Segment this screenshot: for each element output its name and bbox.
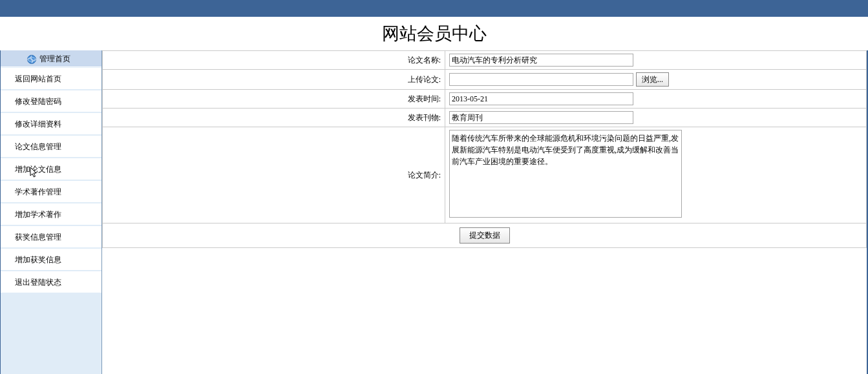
sidebar-item-home[interactable]: 返回网站首页 — [1, 68, 101, 90]
upload-file-display[interactable] — [449, 73, 633, 86]
label-publish-date: 发表时间: — [103, 90, 445, 109]
top-bar — [0, 0, 868, 17]
label-paper-name: 论文名称: — [103, 51, 445, 70]
sidebar-item-award-manage[interactable]: 获奖信息管理 — [1, 226, 101, 248]
form-row-submit: 提交数据 — [103, 223, 867, 248]
summary-textarea[interactable] — [449, 130, 682, 218]
form-row-date: 发表时间: — [103, 90, 867, 109]
sidebar-item-label: 论文信息管理 — [15, 142, 61, 151]
sidebar-item-label: 增加论文信息 — [15, 165, 61, 174]
label-summary: 论文简介: — [103, 127, 445, 223]
sidebar-item-paper-add[interactable]: 增加论文信息 — [1, 158, 101, 180]
publish-date-input[interactable] — [449, 92, 633, 105]
sidebar-item-award-add[interactable]: 增加获奖信息 — [1, 249, 101, 271]
sidebar-item-label: 修改登陆密码 — [15, 97, 61, 106]
form-row-journal: 发表刊物: — [103, 109, 867, 127]
sidebar-item-label: 返回网站首页 — [15, 74, 61, 83]
form-table: 论文名称: 上传论文: 浏览... 发表时间: — [102, 50, 867, 248]
submit-button[interactable]: 提交数据 — [460, 227, 510, 244]
globe-icon — [26, 54, 37, 64]
label-upload: 上传论文: — [103, 70, 445, 90]
sidebar-item-label: 获奖信息管理 — [15, 233, 61, 242]
sidebar-item-book-add[interactable]: 增加学术著作 — [1, 203, 101, 225]
sidebar-item-paper-manage[interactable]: 论文信息管理 — [1, 136, 101, 158]
sidebar-item-label: 修改详细资料 — [15, 119, 61, 129]
paper-name-input[interactable] — [449, 54, 633, 67]
sidebar-item-profile[interactable]: 修改详细资料 — [1, 113, 101, 135]
sidebar-item-label: 学术著作管理 — [15, 187, 61, 196]
sidebar: 管理首页 返回网站首页 修改登陆密码 修改详细资料 论文信息管理 增加论文信息 … — [1, 50, 102, 374]
form-row-upload: 上传论文: 浏览... — [103, 70, 867, 90]
sidebar-item-label: 退出登陆状态 — [15, 278, 61, 287]
form-row-summary: 论文简介: — [103, 127, 867, 223]
page-title: 网站会员中心 — [0, 17, 868, 50]
sidebar-item-label: 增加获奖信息 — [15, 255, 61, 264]
browse-button[interactable]: 浏览... — [636, 72, 669, 87]
main-layout: 管理首页 返回网站首页 修改登陆密码 修改详细资料 论文信息管理 增加论文信息 … — [0, 50, 868, 374]
sidebar-header-label: 管理首页 — [39, 54, 70, 63]
sidebar-item-password[interactable]: 修改登陆密码 — [1, 90, 101, 112]
journal-input[interactable] — [449, 111, 633, 124]
sidebar-item-logout[interactable]: 退出登陆状态 — [1, 271, 101, 293]
sidebar-item-book-manage[interactable]: 学术著作管理 — [1, 181, 101, 203]
form-row-paper-name: 论文名称: — [103, 51, 867, 70]
sidebar-item-label: 增加学术著作 — [15, 210, 61, 219]
label-journal: 发表刊物: — [103, 109, 445, 127]
content-area: 论文名称: 上传论文: 浏览... 发表时间: — [102, 50, 868, 374]
sidebar-header[interactable]: 管理首页 — [1, 50, 101, 67]
